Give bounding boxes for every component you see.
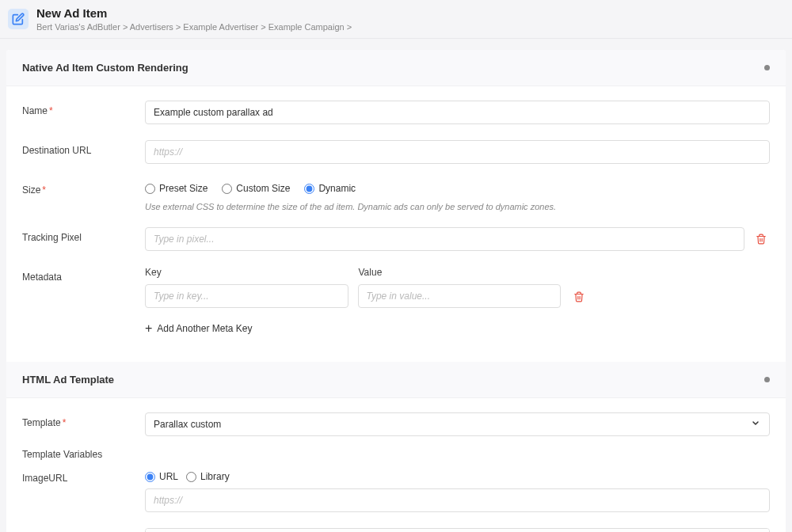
size-custom-radio[interactable]: Custom Size [222,183,290,194]
destination-url-input[interactable] [145,140,770,164]
metadata-delete-button[interactable] [570,288,588,306]
plus-icon: + [145,322,152,335]
metadata-key-input[interactable] [145,284,348,308]
breadcrumb-item[interactable]: Advertisers [130,22,173,32]
metadata-key-label: Key [145,267,349,278]
template-variables-heading: Template Variables [6,444,786,460]
size-helper-text: Use external CSS to determine the size o… [145,202,770,211]
add-meta-key-button[interactable]: + Add Another Meta Key [145,319,252,338]
page-title: New Ad Item [36,6,352,21]
section-title: Native Ad Item Custom Rendering [22,62,188,74]
section-header-template: HTML Ad Template [6,362,786,398]
size-dynamic-radio[interactable]: Dynamic [304,183,356,194]
tracking-pixel-delete-button[interactable] [752,230,770,248]
page-header: New Ad Item Bert Varias's AdButler > Adv… [0,0,792,39]
html-script-textarea[interactable] [145,528,770,532]
name-label: Name* [22,101,145,116]
size-label: Size* [22,180,145,196]
destination-url-label: Destination URL [22,140,145,156]
breadcrumb-item[interactable]: Example Advertiser [183,22,258,32]
section-header-rendering: Native Ad Item Custom Rendering [6,50,786,86]
imageurl-library-radio[interactable]: Library [186,471,230,482]
metadata-value-input[interactable] [358,284,562,308]
metadata-label: Metadata [22,267,145,283]
tracking-pixel-input[interactable] [145,227,744,251]
imageurl-url-radio[interactable]: URL [145,471,178,482]
status-dot-icon [764,377,770,382]
size-preset-radio[interactable]: Preset Size [145,183,208,194]
breadcrumb-item[interactable]: Bert Varias's AdButler [36,22,120,32]
status-dot-icon [764,65,770,70]
section-title: HTML Ad Template [22,374,114,386]
image-url-input[interactable] [145,488,770,512]
breadcrumb-item[interactable]: Example Campaign [268,22,345,32]
image-url-label: ImageURL [22,468,145,484]
breadcrumb: Bert Varias's AdButler > Advertisers > E… [36,22,352,32]
trash-icon [573,291,584,302]
tracking-pixel-label: Tracking Pixel [22,227,145,243]
metadata-value-label: Value [359,267,563,278]
html-script-label: HTML / Script (read-only) [22,528,145,532]
template-label: Template* [22,412,145,428]
edit-icon [8,9,29,29]
template-select[interactable]: Parallax custom [145,412,770,436]
trash-icon [756,234,767,245]
name-input[interactable] [145,101,770,124]
